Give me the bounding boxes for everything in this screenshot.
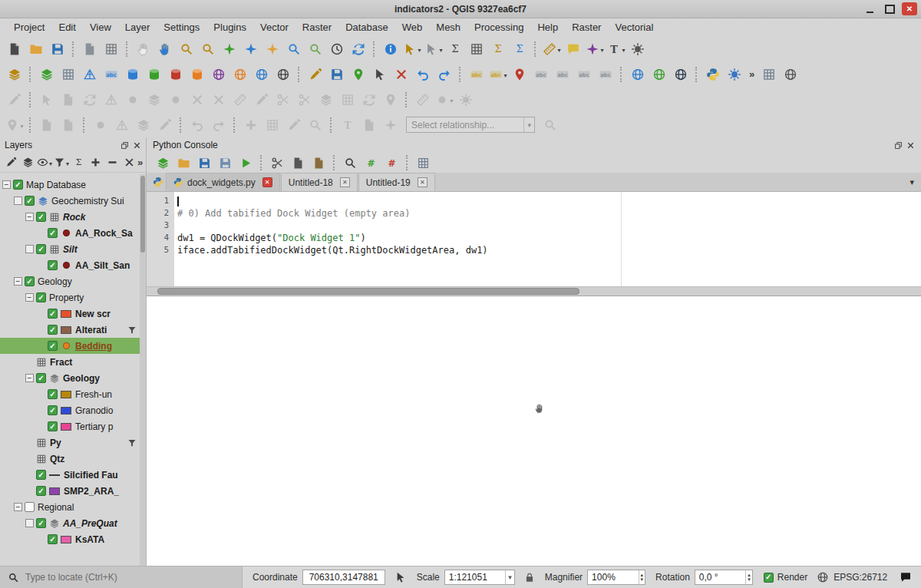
layer-item-fract[interactable]: Fract <box>0 354 140 370</box>
select-features-icon[interactable] <box>403 40 421 58</box>
python-console-toggle-icon[interactable] <box>704 65 722 84</box>
layer-item-geology[interactable]: Geology <box>0 273 140 289</box>
import-class-icon[interactable] <box>154 154 172 172</box>
messages-icon[interactable] <box>900 571 912 583</box>
options-gear-icon[interactable] <box>629 40 647 58</box>
scrollbar-thumb[interactable] <box>140 176 145 253</box>
measure-line-icon[interactable] <box>543 40 561 58</box>
layer-item-aa-prequat[interactable]: AA_PreQuat <box>0 515 140 531</box>
add-wcs-layer-icon[interactable] <box>253 65 271 84</box>
add-mesh-layer-icon[interactable] <box>81 65 99 84</box>
toolbar-overflow-icon[interactable] <box>749 68 754 80</box>
add-vector-layer-icon[interactable] <box>38 65 56 84</box>
delete-selected-icon[interactable] <box>392 65 411 84</box>
deselect-features-icon[interactable] <box>424 40 443 58</box>
add-delimited-text-layer-icon[interactable] <box>102 65 120 84</box>
expand-all-icon[interactable] <box>87 155 103 170</box>
zoom-next-icon[interactable] <box>306 40 325 58</box>
magnifier-spinner[interactable]: 100% <box>587 570 645 585</box>
pan-map-icon[interactable] <box>134 40 153 58</box>
layer-item-geology[interactable]: Geology <box>0 370 140 386</box>
editor-horizontal-scrollbar[interactable] <box>147 286 921 296</box>
layer-item-py[interactable]: Py <box>0 434 140 451</box>
float-panel-icon[interactable] <box>120 141 129 150</box>
osm-place-search-icon[interactable] <box>672 65 690 84</box>
paste-icon[interactable] <box>310 154 328 172</box>
change-label-properties-icon[interactable] <box>596 65 615 84</box>
object-inspector-icon[interactable] <box>414 154 432 172</box>
menu-view[interactable]: View <box>83 19 118 35</box>
zoom-to-selection-icon[interactable] <box>242 40 260 58</box>
zoom-out-icon[interactable] <box>199 40 217 58</box>
layer-checkbox[interactable] <box>36 470 46 480</box>
layer-item-silt[interactable]: Silt <box>0 241 140 257</box>
raster-calculator-icon[interactable] <box>760 65 778 84</box>
expander-icon[interactable] <box>14 503 22 511</box>
menu-processing[interactable]: Processing <box>467 19 530 35</box>
tab-close-icon[interactable] <box>340 177 350 187</box>
comment-code-icon[interactable] <box>362 154 380 172</box>
tab-close-icon[interactable] <box>262 177 272 187</box>
add-oracle-layer-icon[interactable] <box>188 65 206 84</box>
layer-item-rock[interactable]: Rock <box>0 209 140 225</box>
temporal-controller-icon[interactable] <box>328 40 346 58</box>
add-raster-layer-icon[interactable] <box>59 65 78 84</box>
web-services-icon[interactable] <box>650 65 668 84</box>
code-line-5[interactable]: 5iface.addTabifiedDockWidget(Qt.RightDoc… <box>147 244 921 256</box>
layer-filter-icon[interactable] <box>127 438 137 448</box>
layers-scrollbar[interactable] <box>140 174 146 566</box>
rotation-spinner[interactable]: 0,0 ° <box>695 570 753 585</box>
menu-web[interactable]: Web <box>395 19 430 35</box>
add-mssql-layer-icon[interactable] <box>167 65 185 84</box>
menu-vectorial[interactable]: Vectorial <box>608 19 660 35</box>
menu-settings[interactable]: Settings <box>157 19 206 35</box>
relationship-select[interactable]: Select relationship... <box>406 117 535 133</box>
pan-to-selection-icon[interactable] <box>156 40 174 58</box>
expander-icon[interactable] <box>14 197 22 205</box>
layer-checkbox[interactable] <box>36 518 46 528</box>
filter-legend-icon[interactable] <box>54 155 69 170</box>
collapse-all-icon[interactable] <box>104 155 120 170</box>
toggle-editing-icon[interactable] <box>306 65 325 84</box>
layer-item-geochemistry-sui[interactable]: Geochemistry Sui <box>0 193 140 209</box>
zoom-in-icon[interactable] <box>177 40 196 58</box>
text-annotation-icon[interactable] <box>607 40 626 58</box>
menu-edit[interactable]: Edit <box>51 19 82 35</box>
cut-icon[interactable] <box>269 154 286 172</box>
zoom-last-icon[interactable] <box>285 40 303 58</box>
remove-layer-icon[interactable] <box>121 155 137 170</box>
render-checkbox[interactable] <box>764 573 774 583</box>
layer-labeling-icon[interactable] <box>467 65 486 84</box>
statistical-summary-icon[interactable] <box>510 40 529 58</box>
layer-checkbox[interactable] <box>36 292 46 302</box>
open-attribute-table-icon[interactable] <box>467 40 486 58</box>
spinner-arrows-icon[interactable] <box>745 570 752 584</box>
maximize-button[interactable] <box>882 2 897 15</box>
layer-item-aa-silt-san[interactable]: AA_Silt_San <box>0 257 140 273</box>
expander-icon[interactable] <box>25 374 34 382</box>
manage-map-themes-icon[interactable] <box>37 155 52 170</box>
code-editor[interactable]: 12# 0) Add tabified Dock Widget (empty a… <box>147 192 921 286</box>
close-panel-icon[interactable] <box>133 141 141 150</box>
code-line-1[interactable]: 1 <box>147 195 921 207</box>
layer-item-aa-rock-sa[interactable]: AA_Rock_Sa <box>0 225 140 241</box>
menu-project[interactable]: Project <box>7 19 51 35</box>
layer-item-ksata[interactable]: KsATA <box>0 531 140 547</box>
layer-checkbox[interactable] <box>36 486 46 496</box>
layer-checkbox[interactable] <box>48 325 58 335</box>
zoom-to-layer-icon[interactable] <box>263 40 282 58</box>
python-editor-icon[interactable] <box>150 174 166 190</box>
layer-item-regional[interactable]: Regional <box>0 499 140 515</box>
layer-item-silcified-fau[interactable]: Silcified Fau <box>0 467 140 483</box>
coordinate-input[interactable]: 706310,3147881 <box>302 570 385 585</box>
layer-diagram-icon[interactable] <box>489 65 507 84</box>
layer-checkbox[interactable] <box>13 180 23 190</box>
layer-checkbox[interactable] <box>48 309 58 319</box>
add-group-icon[interactable] <box>20 155 35 170</box>
find-text-icon[interactable] <box>342 154 359 172</box>
expander-icon[interactable] <box>2 180 11 189</box>
layer-item-property[interactable]: Property <box>0 289 140 306</box>
tab-close-icon[interactable] <box>418 177 427 187</box>
layer-checkbox[interactable] <box>48 389 58 399</box>
add-xyz-layer-icon[interactable] <box>274 65 292 84</box>
